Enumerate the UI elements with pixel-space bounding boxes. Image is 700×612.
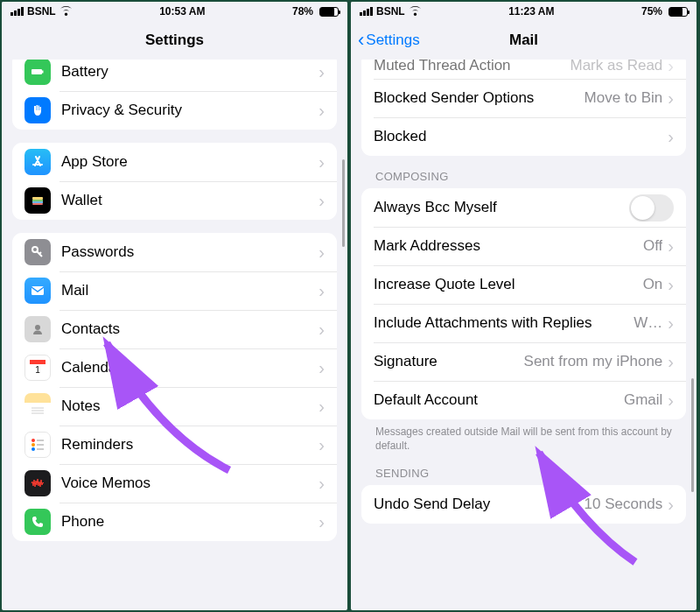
wifi-icon [409, 5, 422, 18]
row-notes[interactable]: Notes › [12, 387, 337, 426]
row-contacts[interactable]: Contacts › [12, 310, 337, 348]
toggle-always-bcc[interactable] [629, 194, 674, 222]
contacts-icon [24, 316, 51, 342]
page-title: Mail [509, 32, 538, 49]
row-reminders[interactable]: Reminders › [12, 426, 337, 464]
row-label: Undo Send Delay [374, 496, 584, 513]
row-label: Always Bcc Myself [374, 199, 629, 216]
row-label: Default Account [374, 391, 624, 409]
chevron-right-icon: › [668, 60, 674, 76]
row-appstore[interactable]: App Store › [12, 143, 337, 181]
chevron-right-icon: › [668, 495, 674, 515]
chevron-right-icon: › [318, 101, 325, 121]
row-battery[interactable]: Battery › [12, 60, 337, 91]
page-title: Settings [145, 32, 204, 49]
row-label: Voice Memos [61, 475, 318, 492]
row-blocked-sender-options[interactable]: Blocked Sender Options Move to Bin › [361, 79, 686, 117]
row-label: Wallet [61, 192, 318, 209]
row-wallet[interactable]: Wallet › [12, 181, 337, 220]
row-calendar[interactable]: 1 Calendar › [12, 348, 337, 387]
row-label: Passwords [61, 243, 318, 261]
chevron-right-icon: › [318, 474, 325, 494]
mail-icon [24, 278, 51, 304]
chevron-left-icon: ‹ [358, 29, 364, 52]
row-value: Mark as Read [570, 60, 663, 74]
chevron-right-icon: › [318, 435, 325, 455]
row-mail[interactable]: Mail › [12, 271, 337, 310]
carrier-label: BSNL [27, 5, 56, 18]
row-label: Blocked [374, 128, 668, 145]
svg-rect-2 [32, 197, 43, 200]
row-blocked[interactable]: Blocked › [361, 117, 686, 156]
row-label: Phone [61, 513, 318, 531]
settings-list[interactable]: Battery › Privacy & Security › App Store… [2, 60, 347, 610]
svg-rect-5 [32, 203, 43, 205]
section-footer-composing: Messages created outside Mail will be se… [351, 419, 696, 453]
row-value: 10 Seconds [584, 496, 663, 513]
svg-text:1: 1 [35, 365, 40, 375]
row-privacy[interactable]: Privacy & Security › [12, 91, 337, 130]
row-value: Move to Bin [584, 89, 663, 107]
row-label: App Store [61, 153, 318, 171]
svg-point-14 [32, 439, 35, 442]
carrier-label: BSNL [376, 5, 405, 18]
chevron-right-icon: › [318, 358, 325, 378]
voicememo-icon [24, 470, 51, 496]
chevron-right-icon: › [318, 512, 325, 532]
back-button[interactable]: ‹ Settings [358, 29, 420, 52]
row-value: Off [643, 237, 662, 255]
time-label: 10:53 AM [159, 5, 205, 18]
status-bar-right: BSNL 11:23 AM 75% [351, 2, 696, 21]
battery-icon [319, 7, 339, 17]
row-label: Reminders [61, 436, 318, 454]
row-undo-send-delay[interactable]: Undo Send Delay 10 Seconds › [361, 485, 686, 524]
chevron-right-icon: › [318, 191, 325, 211]
back-label: Settings [366, 32, 419, 49]
row-increase-quote[interactable]: Increase Quote Level On › [361, 265, 686, 304]
row-include-attachments[interactable]: Include Attachments with Replies W… › [361, 304, 686, 342]
row-label: Notes [61, 397, 318, 415]
svg-point-16 [32, 443, 35, 447]
row-label: Blocked Sender Options [374, 89, 584, 107]
appstore-icon [24, 149, 51, 175]
row-label: Mark Addresses [374, 237, 643, 255]
row-phone[interactable]: Phone › [12, 503, 337, 541]
status-bar-left: BSNL 10:53 AM 78% [2, 2, 347, 21]
chevron-right-icon: › [318, 152, 325, 172]
row-label: Muted Thread Action [374, 60, 570, 74]
row-label: Include Attachments with Replies [374, 314, 592, 332]
svg-rect-1 [42, 71, 44, 74]
mail-settings-screen: BSNL 11:23 AM 75% ‹ Settings Mail Muted … [351, 2, 696, 610]
row-always-bcc[interactable]: Always Bcc Myself [361, 188, 686, 227]
phone-icon [24, 509, 51, 535]
svg-rect-4 [32, 201, 43, 203]
section-header-sending: SENDING [351, 453, 696, 485]
row-muted-thread[interactable]: Muted Thread Action Mark as Read › [361, 60, 686, 79]
chevron-right-icon: › [668, 88, 674, 109]
mail-settings-list[interactable]: Muted Thread Action Mark as Read › Block… [351, 60, 696, 610]
battery-pct-label: 78% [292, 5, 313, 18]
row-mark-addresses[interactable]: Mark Addresses Off › [361, 227, 686, 265]
row-signature[interactable]: Signature Sent from my iPhone › [361, 342, 686, 381]
chevron-right-icon: › [318, 320, 325, 340]
section-header-composing: COMPOSING [351, 156, 696, 188]
chevron-right-icon: › [668, 352, 674, 372]
svg-rect-9 [30, 360, 46, 364]
scroll-indicator [691, 378, 694, 492]
row-default-account[interactable]: Default Account Gmail › [361, 381, 686, 419]
row-value: On [643, 276, 663, 293]
notes-icon [24, 393, 51, 419]
nav-bar-right: ‹ Settings Mail [351, 21, 696, 60]
chevron-right-icon: › [318, 397, 325, 417]
scroll-indicator [342, 159, 345, 247]
row-voicememos[interactable]: Voice Memos › [12, 464, 337, 503]
row-passwords[interactable]: Passwords › [12, 233, 337, 271]
row-label: Contacts [61, 320, 318, 338]
chevron-right-icon: › [668, 236, 674, 257]
row-label: Mail [61, 282, 318, 299]
signal-icon [10, 7, 24, 16]
row-label: Calendar [61, 359, 318, 376]
chevron-right-icon: › [668, 275, 674, 295]
row-label: Battery [61, 63, 318, 81]
row-label: Signature [374, 353, 524, 370]
